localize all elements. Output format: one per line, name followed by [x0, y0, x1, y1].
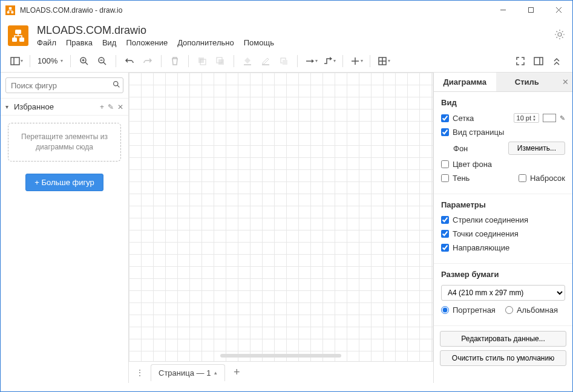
menu-arrange[interactable]: Положение [126, 38, 168, 47]
portrait-radio[interactable]: Портретная [441, 305, 496, 315]
menu-view[interactable]: Вид [102, 38, 117, 47]
svg-line-45 [117, 85, 119, 87]
shape-search[interactable] [5, 77, 123, 93]
insert-button[interactable]: ▾ [348, 53, 365, 70]
header: MLOADS.COM.drawio Файл Правка Вид Положе… [1, 19, 572, 50]
view-mode-button[interactable]: ▾ [8, 53, 25, 70]
conn-arrows-checkbox[interactable]: Стрелки соединения [441, 215, 528, 224]
landscape-radio[interactable]: Альбомная [505, 305, 558, 315]
paper-size-select[interactable]: A4 (210 mm x 297 mm) [441, 285, 565, 301]
svg-rect-9 [19, 38, 24, 42]
favorites-title: Избранное [14, 102, 100, 111]
tab-diagram[interactable]: Диаграмма [434, 73, 496, 91]
svg-rect-7 [15, 30, 21, 34]
to-front-button[interactable] [194, 53, 211, 70]
close-button[interactable] [545, 1, 572, 19]
add-favorite-icon[interactable]: + [100, 103, 104, 111]
fullscreen-button[interactable] [512, 53, 529, 70]
grid-size-input[interactable]: 10 pt ▲▼ [514, 113, 539, 123]
add-page-button[interactable]: + [229, 365, 244, 381]
sketch-checkbox[interactable]: Набросок [519, 174, 565, 183]
window-title: MLOADS.COM.drawio - draw.io [20, 6, 489, 15]
app-icon [5, 5, 15, 15]
toolbar: ▾ 100% ▾ ▾ ▾ ▾ ▾ [1, 50, 572, 73]
change-background-button[interactable]: Изменить... [508, 142, 565, 155]
edit-color-icon[interactable]: ✎ [560, 114, 565, 122]
line-color-button[interactable] [257, 53, 274, 70]
collapse-icon[interactable] [548, 53, 565, 70]
svg-rect-1 [7, 11, 10, 13]
svg-line-26 [103, 62, 106, 65]
tab-style[interactable]: Стиль [496, 73, 558, 91]
view-section: Вид Сетка 10 pt ▲▼ ✎ Вид страницы Фон Из… [434, 92, 572, 194]
drawing-canvas[interactable] [129, 73, 433, 361]
stepper-icon[interactable]: ▲▼ [532, 114, 536, 122]
search-input[interactable] [11, 81, 113, 90]
horizontal-scrollbar[interactable] [220, 354, 342, 358]
format-panel-button[interactable] [530, 53, 547, 70]
menu-edit[interactable]: Правка [66, 38, 93, 47]
svg-rect-42 [534, 57, 543, 65]
svg-rect-0 [9, 7, 12, 9]
edit-favorite-icon[interactable]: ✎ [108, 103, 114, 111]
svg-rect-32 [244, 64, 251, 65]
redo-button[interactable] [139, 53, 156, 70]
bg-color-checkbox[interactable]: Цвет фона [441, 160, 492, 169]
favorites-drop-zone[interactable]: Перетащите элементы из диаграммы сюда [8, 123, 121, 162]
svg-rect-19 [11, 57, 19, 65]
svg-point-44 [114, 82, 118, 86]
shadow-button[interactable] [275, 53, 292, 70]
page-tab-1[interactable]: Страница — 1 ▴ [151, 364, 225, 381]
chevron-down-icon: ▾ [61, 58, 63, 64]
table-button[interactable]: ▾ [375, 53, 392, 70]
options-section: Параметры Стрелки соединения Точки соеди… [434, 194, 572, 264]
page-tab-bar: ⋮ Страница — 1 ▴ + [129, 361, 433, 383]
maximize-button[interactable] [517, 1, 545, 19]
page-menu-button[interactable]: ⋮ [133, 365, 147, 380]
edit-data-button[interactable]: Редактировать данные... [440, 331, 566, 347]
reset-style-button[interactable]: Очистить стиль по умолчанию [440, 350, 566, 366]
more-shapes-button[interactable]: + Больше фигур [25, 174, 103, 191]
paper-section: Размер бумаги A4 (210 mm x 297 mm) Портр… [434, 264, 572, 326]
zoom-value: 100% [38, 56, 57, 65]
grid-checkbox[interactable]: Сетка [441, 114, 474, 123]
to-back-button[interactable] [212, 53, 229, 70]
drawio-logo [8, 25, 28, 46]
title-bar: MLOADS.COM.drawio - draw.io [1, 1, 572, 19]
svg-line-18 [562, 31, 563, 33]
zoom-in-button[interactable] [76, 53, 93, 70]
guides-checkbox[interactable]: Направляющие [441, 243, 509, 252]
page-view-checkbox[interactable]: Вид страницы [441, 128, 504, 137]
menu-file[interactable]: Файл [37, 38, 56, 47]
zoom-out-button[interactable] [94, 53, 111, 70]
delete-button[interactable] [166, 53, 183, 70]
conn-points-checkbox[interactable]: Точки соединения [441, 229, 519, 238]
minimize-button[interactable] [489, 1, 517, 19]
shadow-checkbox[interactable]: Тень [441, 174, 470, 183]
favorites-header[interactable]: ▾ Избранное + ✎ ✕ [1, 98, 128, 116]
background-label: Фон [453, 144, 468, 153]
paper-section-title: Размер бумаги [441, 270, 565, 279]
menu-help[interactable]: Помощь [244, 38, 274, 47]
svg-rect-30 [218, 59, 224, 65]
panel-close-icon[interactable]: ✕ [558, 73, 572, 91]
page-tab-label: Страница — 1 [159, 368, 211, 377]
menu-extras[interactable]: Дополнительно [177, 38, 234, 47]
close-favorite-icon[interactable]: ✕ [117, 103, 123, 111]
options-section-title: Параметры [441, 200, 565, 209]
svg-point-10 [558, 33, 562, 36]
zoom-control[interactable]: 100% ▾ [35, 56, 65, 65]
svg-rect-4 [528, 8, 533, 13]
svg-rect-33 [262, 64, 269, 65]
fill-color-button[interactable] [239, 53, 256, 70]
grid-color-swatch[interactable] [543, 114, 556, 122]
connection-button[interactable]: ▾ [303, 53, 319, 70]
theme-toggle-icon[interactable] [554, 29, 565, 42]
shapes-sidebar: ▾ Избранное + ✎ ✕ Перетащите элементы из… [1, 73, 129, 383]
svg-rect-2 [11, 11, 14, 13]
document-title[interactable]: MLOADS.COM.drawio [37, 24, 554, 37]
svg-line-17 [557, 37, 558, 38]
waypoint-button[interactable]: ▾ [321, 53, 338, 70]
svg-rect-28 [198, 57, 204, 63]
undo-button[interactable] [121, 53, 138, 70]
